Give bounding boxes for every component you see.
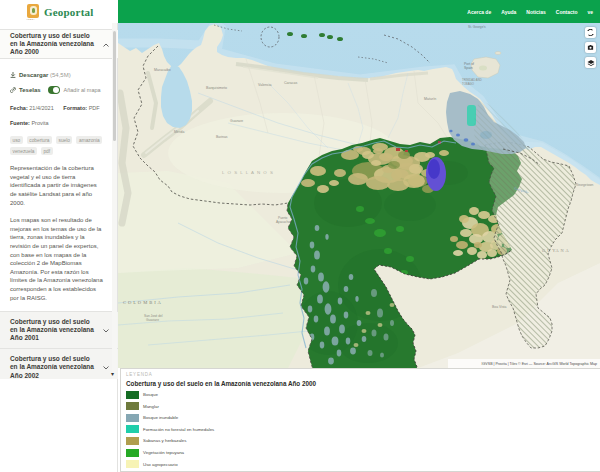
svg-text:Valencia: Valencia (258, 83, 272, 87)
svg-text:L O S L L A N O S: L O S L L A N O S (222, 170, 274, 175)
svg-text:TOBAGO: TOBAGO (462, 82, 475, 86)
svg-text:St. George's: St. George's (468, 25, 486, 29)
svg-text:Maracaibo: Maracaibo (154, 68, 171, 72)
svg-text:Barquisimeto: Barquisimeto (206, 86, 227, 90)
svg-text:Maturín: Maturín (424, 97, 436, 101)
svg-text:Caracas: Caracas (284, 81, 298, 85)
svg-text:Boa Vista: Boa Vista (492, 305, 507, 309)
svg-text:IGVSB | Provita | Tiles © Esri: IGVSB | Provita | Tiles © Esri — Source:… (482, 362, 597, 366)
svg-text:Ayacucho: Ayacucho (276, 220, 290, 224)
svg-text:Guaviare: Guaviare (146, 318, 159, 322)
svg-text:Guanare: Guanare (230, 119, 243, 123)
svg-text:Barinas: Barinas (216, 135, 228, 139)
svg-text:Mérida: Mérida (174, 130, 184, 134)
svg-text:Georgetown: Georgetown (576, 183, 594, 187)
svg-text:G U YA N A: G U YA N A (542, 248, 570, 253)
svg-text:Spain: Spain (464, 66, 473, 70)
svg-text:C O L O M B I A: C O L O M B I A (123, 300, 161, 305)
